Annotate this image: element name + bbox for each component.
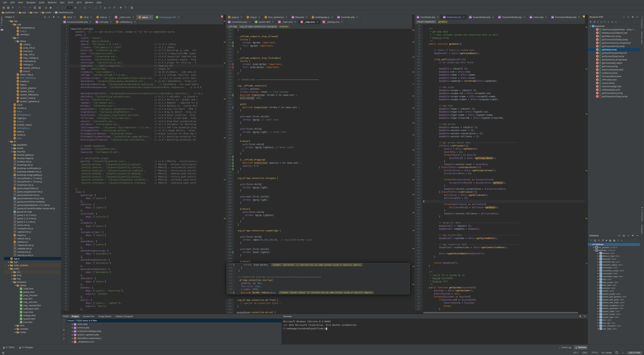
project-tree-row[interactable]: JSutil.js (4, 136, 61, 140)
project-tree-row[interactable]: JScontextmenu.js (4, 26, 61, 30)
chevron-collapsed-icon[interactable]: ▶ (597, 278, 600, 280)
wrench-icon[interactable]: ⚒ (602, 239, 604, 242)
project-tree-row[interactable]: ▶fonts (4, 274, 61, 277)
project-tree-row[interactable]: JSrequire.js (4, 233, 61, 237)
database-table-row[interactable]: ▶system: table (588, 289, 640, 292)
chevron-expanded-icon[interactable]: ▼ (8, 20, 10, 22)
tab-CharacterModel.php[interactable]: phpCharacterModel.php✕ (496, 15, 527, 20)
project-tree-row[interactable]: ▼lib (4, 140, 61, 143)
close-icon[interactable]: ✕ (272, 21, 274, 23)
menu-run[interactable]: Run (58, 1, 66, 4)
replace-icon[interactable]: ◉ (48, 6, 53, 10)
close-icon[interactable]: ✕ (110, 21, 112, 23)
structure-method-row[interactable]: mgetUsers():array (588, 65, 640, 68)
project-tree-row[interactable]: ▶tooltip (4, 330, 61, 334)
chevron-collapsed-icon[interactable]: ▶ (71, 334, 74, 336)
chevron-collapsed-icon[interactable]: ▶ (597, 305, 600, 306)
gear-icon[interactable]: ✱ (52, 16, 55, 18)
project-tree-row[interactable]: JSjump_info.js (4, 46, 61, 50)
stripe-button-2-favorites[interactable]: ★ 2: Favorites (640, 205, 644, 223)
chevron-collapsed-icon[interactable]: ▶ (14, 325, 16, 326)
chevron-collapsed-icon[interactable]: ▶ (597, 296, 600, 298)
status-vcs-branch[interactable]: Git: master (602, 351, 612, 354)
todo-file-row[interactable]: ▶JSdataTables.responsive.js (67, 336, 282, 340)
editor-left[interactable]: JSinit.js✕JSutil.js✕JSmain.js✕S_colors.s… (61, 15, 226, 314)
filter-icon[interactable]: ▼ (63, 328, 65, 331)
database-table-row[interactable]: ▶map_scope: table (588, 281, 640, 284)
todo-file-row[interactable]: ▶phpCcpSystemsMapper.php (67, 329, 282, 333)
terminal-output[interactable]: Microsoft Windows [Version 6.3.9600](c) … (282, 319, 588, 344)
hide-panel-icon[interactable]: ⇥ (636, 234, 639, 237)
menu-vcs[interactable]: VCS (75, 1, 83, 4)
tab-app.js[interactable]: JSapp.js✕ (136, 15, 154, 20)
structure-method-row[interactable]: mhasAccess(user):bool (588, 68, 640, 71)
project-tree-row[interactable]: 10jquery.lazylinepainter-1.5.1.min.js (4, 203, 61, 207)
structure-method-row[interactable]: mgetCharacters():array (588, 91, 640, 95)
structure-method-row[interactable]: mgetSystem(systemId):null (588, 51, 640, 55)
chevron-collapsed-icon[interactable]: ▶ (14, 331, 16, 333)
database-schema-row[interactable]: ▼dbpathfinder: schema (588, 249, 640, 252)
hide-panel-icon[interactable]: ⇥ (636, 16, 639, 18)
group-icon[interactable]: Y (604, 21, 606, 23)
tab-system.html[interactable]: Hsystem.html✕ (253, 20, 276, 24)
hector-icon[interactable]: ☺ (622, 351, 624, 354)
run-icon[interactable]: ▶ (74, 6, 78, 10)
breadcrumb-item[interactable]: main (30, 11, 38, 14)
project-tree-row[interactable]: JSnotification.js (4, 126, 61, 130)
gear-icon[interactable]: ✱ (631, 16, 634, 18)
project-tree-row[interactable]: JSmap_info.js (4, 53, 61, 56)
chevron-collapsed-icon[interactable]: ▶ (11, 144, 14, 146)
collapse-all-icon[interactable]: ⌆ (63, 337, 65, 340)
chevron-expanded-icon[interactable]: ▼ (14, 284, 16, 286)
project-tree-row[interactable]: Hgallery.html (4, 290, 61, 294)
project-tree-row[interactable]: JSsystem_effects.js (4, 66, 61, 70)
database-table-row[interactable]: ▶system_type: table (588, 316, 640, 319)
project-tree-row[interactable]: JSsystem_info.js (4, 90, 61, 93)
project-tree-row[interactable]: 10raphael-min.js (4, 230, 61, 233)
chevron-collapsed-icon[interactable]: ▶ (11, 151, 14, 153)
structure-class-row[interactable]: ▼C MapModel (588, 25, 640, 28)
breadcrumb-item[interactable]: model (42, 11, 51, 14)
scrollbar-marker-column[interactable] (223, 15, 226, 314)
tab-_colors.scss[interactable]: S_colors.scss✕ (113, 15, 136, 20)
close-icon[interactable]: ✕ (74, 16, 75, 18)
menu-view[interactable]: View (16, 1, 24, 4)
project-tree-row[interactable]: 10bootstrap-editable.min.js (4, 170, 61, 173)
todo-file-row[interactable]: ▶phpcortex.php (67, 322, 282, 326)
menu-refactor[interactable]: Refactor (46, 1, 58, 4)
copy-icon[interactable]: ▥ (33, 6, 37, 10)
project-tree-row[interactable]: JSmap_settings.js (4, 56, 61, 60)
tab-cortex.php[interactable]: phpcortex.php✕ (528, 15, 549, 20)
project-tree-row[interactable]: ▼map (4, 23, 61, 26)
context-chip[interactable]: getData (437, 20, 448, 24)
code-area[interactable]: 12requirejs.config({3 baseUrl: 'js', // … (61, 24, 226, 314)
todo-tab-current-file[interactable]: Current File (81, 315, 96, 318)
project-tree-row[interactable]: 10jquery.fullscreen.min.js (4, 193, 61, 197)
todo-tab-project[interactable]: Project (70, 315, 80, 318)
tool-button-6-todo[interactable]: ▣6: TODO (1, 345, 16, 349)
tab-landingpage.js[interactable]: JSlandingpage.js✕ (310, 15, 335, 20)
scrollbar-marker-column[interactable] (585, 15, 588, 314)
project-tree-row[interactable]: JSbootstrap-image-gallery.js (4, 173, 61, 177)
close-icon[interactable]: ✕ (134, 21, 136, 23)
menu-code[interactable]: Code (38, 1, 46, 4)
project-tree-row[interactable]: 10jquery.hoverIntent.minified.js (4, 200, 61, 203)
ddl-icon[interactable]: ⇪ (617, 239, 619, 242)
todo-tab-default-changelist[interactable]: Default Changelist (114, 315, 135, 318)
structure-method-row[interactable]: msetAccess(obj):void (588, 85, 640, 88)
project-tree-row[interactable]: 10velocity.ui.min.js (4, 254, 61, 257)
chevron-collapsed-icon[interactable]: ▶ (597, 281, 600, 283)
tab-main.js[interactable]: JSmain.js✕ (94, 15, 113, 20)
database-table-row[interactable]: ▶map: table (588, 278, 640, 281)
chevron-expanded-icon[interactable]: ▼ (11, 37, 14, 39)
chevron-collapsed-icon[interactable]: ▶ (11, 278, 14, 280)
database-table-row[interactable]: ▶connection: table (588, 266, 640, 269)
close-icon[interactable]: ✕ (90, 16, 92, 18)
gear-icon[interactable]: ✱ (578, 315, 582, 318)
database-table-row[interactable]: ▶user_map: table (588, 327, 640, 330)
tab-Map.php[interactable]: phpMap.php✕ (290, 15, 310, 20)
todo-file-row[interactable]: ▶phpsystem_signature.php (67, 333, 282, 336)
close-icon[interactable]: ✕ (240, 16, 242, 18)
chevron-expanded-icon[interactable]: ▼ (11, 24, 14, 25)
chevron-collapsed-icon[interactable]: ▶ (71, 323, 74, 325)
